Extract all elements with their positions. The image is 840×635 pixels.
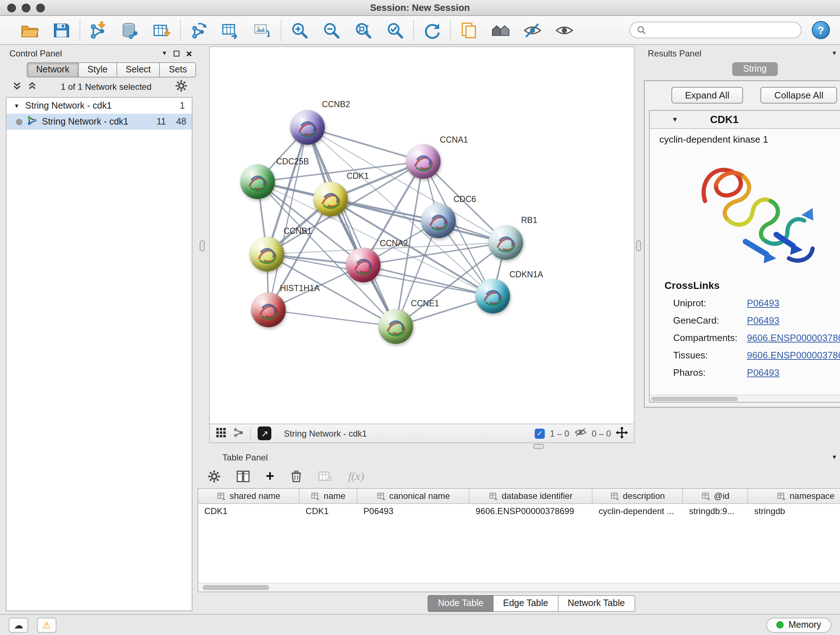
- column-header-canonical-name[interactable]: canonical name: [358, 489, 470, 503]
- network-node-ccne1[interactable]: [379, 309, 414, 344]
- panel-close-icon[interactable]: ×: [186, 50, 192, 57]
- network-row[interactable]: String Network - cdk1 11 48: [6, 114, 192, 130]
- column-header--id[interactable]: @id: [684, 489, 748, 503]
- tab-select[interactable]: Select: [117, 62, 160, 78]
- hidden-eye-icon[interactable]: [574, 427, 586, 440]
- import-network-database-button[interactable]: [119, 19, 141, 41]
- network-node-cdk1[interactable]: [314, 182, 348, 217]
- network-options-gear-icon[interactable]: [175, 79, 188, 95]
- table-cell[interactable]: cyclin-dependent ...: [593, 504, 684, 518]
- help-button[interactable]: ?: [812, 21, 830, 39]
- collapse-all-icon[interactable]: [12, 80, 22, 93]
- tab-node-table[interactable]: Node Table: [428, 595, 493, 612]
- tab-string[interactable]: String: [732, 62, 777, 76]
- network-node-cdkn1a[interactable]: [476, 279, 510, 314]
- grid-mode-icon[interactable]: [216, 427, 227, 440]
- network-node-hist1h1a[interactable]: [251, 293, 286, 327]
- edge-CCNB2-CCNE1[interactable]: [308, 127, 396, 326]
- network-node-ccnb1[interactable]: [250, 237, 285, 272]
- tab-edge-table[interactable]: Edge Table: [494, 595, 559, 612]
- import-table-button[interactable]: [151, 19, 173, 41]
- panel-menu-icon[interactable]: ▼: [162, 50, 167, 57]
- expand-all-icon[interactable]: [27, 80, 37, 93]
- tab-style[interactable]: Style: [79, 62, 117, 78]
- memory-button[interactable]: Memory: [766, 617, 831, 632]
- pan-crosshair-icon[interactable]: [616, 426, 628, 440]
- expand-all-button[interactable]: Expand All: [671, 87, 743, 103]
- panel-menu-icon[interactable]: ▼: [832, 50, 837, 57]
- edge-HIST1H1A-CCNE1[interactable]: [269, 310, 396, 326]
- section-collapse-icon[interactable]: ▼: [672, 116, 678, 123]
- network-node-cdc25b[interactable]: [240, 165, 275, 199]
- column-header-name[interactable]: name: [300, 489, 358, 503]
- table-cell[interactable]: 9606.ENSP00000378699: [470, 504, 593, 518]
- column-header-namespace[interactable]: namespace: [748, 489, 840, 503]
- crosslink-link[interactable]: P06493: [747, 298, 780, 309]
- search-box[interactable]: [630, 22, 802, 38]
- column-header-description[interactable]: description: [593, 489, 684, 503]
- crosslink-link[interactable]: P06493: [747, 315, 780, 326]
- zoom-selected-button[interactable]: [384, 19, 406, 41]
- warnings-button[interactable]: ⚠: [37, 617, 57, 632]
- table-row[interactable]: CDK1CDK1P064939606.ENSP00000378699cyclin…: [199, 504, 840, 518]
- column-header-database-identifier[interactable]: database identifier: [470, 489, 593, 503]
- title-bar[interactable]: Session: New Session: [0, 0, 840, 16]
- scrollbar-thumb[interactable]: [203, 585, 270, 590]
- show-columns-icon[interactable]: [237, 470, 250, 483]
- table-hscrollbar[interactable]: [199, 583, 840, 592]
- edge-CCNB2-HIST1H1A[interactable]: [269, 127, 308, 310]
- export-table-button[interactable]: [220, 19, 242, 41]
- network-overview-icon[interactable]: [233, 427, 244, 440]
- results-hscrollbar[interactable]: [650, 394, 840, 402]
- cloud-button[interactable]: ☁: [9, 617, 28, 632]
- splitter-handle[interactable]: [636, 241, 641, 251]
- network-canvas[interactable]: CCNB2CCNA1CDC25BCDK1CDC6RB1CCNB1CCNA2CDK…: [210, 47, 634, 424]
- collapse-all-button[interactable]: Collapse All: [760, 87, 837, 103]
- delete-column-icon[interactable]: [290, 470, 302, 483]
- zoom-out-button[interactable]: [321, 19, 342, 41]
- table-cell[interactable]: stringdb:9...: [684, 504, 748, 518]
- table-options-gear-icon[interactable]: [208, 470, 221, 483]
- selected-checkbox-icon[interactable]: ✓: [535, 428, 545, 439]
- crosslink-link[interactable]: 9606.ENSP00000378699: [747, 350, 840, 361]
- table-cell[interactable]: CDK1: [199, 504, 300, 518]
- refresh-layout-button[interactable]: [421, 19, 443, 41]
- tab-network[interactable]: Network: [27, 62, 79, 78]
- panel-menu-icon[interactable]: ▼: [832, 454, 837, 461]
- panel-float-icon[interactable]: [174, 50, 180, 56]
- network-node-ccnb2[interactable]: [291, 110, 325, 145]
- new-network-button[interactable]: [188, 19, 210, 41]
- clone-network-button[interactable]: [458, 19, 480, 41]
- table-cell[interactable]: stringdb: [748, 504, 840, 518]
- table-cell[interactable]: CDK1: [300, 504, 358, 518]
- scrollbar-thumb[interactable]: [652, 397, 738, 401]
- collection-collapse-icon[interactable]: ▼: [14, 103, 19, 109]
- zoom-in-button[interactable]: [289, 19, 310, 41]
- hide-selected-button[interactable]: [522, 19, 543, 41]
- network-node-rb1[interactable]: [489, 225, 523, 260]
- add-column-icon[interactable]: +: [266, 468, 274, 485]
- save-session-button[interactable]: [51, 19, 73, 41]
- open-in-window-button[interactable]: ↗: [258, 426, 272, 440]
- crosslink-link[interactable]: 9606.ENSP00000378699: [747, 333, 840, 343]
- splitter-handle[interactable]: [533, 444, 544, 449]
- crosslink-link[interactable]: P06493: [747, 367, 780, 378]
- search-input[interactable]: [651, 25, 794, 35]
- show-all-button[interactable]: [554, 19, 575, 41]
- open-session-button[interactable]: [19, 19, 41, 41]
- export-image-button[interactable]: [252, 19, 273, 41]
- zoom-fit-button[interactable]: [352, 19, 374, 41]
- import-network-file-button[interactable]: [88, 19, 109, 41]
- home-views-button[interactable]: [490, 19, 512, 41]
- table-cell[interactable]: P06493: [358, 504, 470, 518]
- tab-sets[interactable]: Sets: [160, 62, 196, 78]
- edge-CDK1-RB1[interactable]: [331, 199, 506, 242]
- network-node-ccna2[interactable]: [346, 248, 381, 282]
- protein-section-header[interactable]: ▼ CDK1: [650, 111, 840, 129]
- tab-network-table[interactable]: Network Table: [558, 595, 635, 612]
- network-node-ccna1[interactable]: [406, 144, 441, 179]
- network-collection-row[interactable]: ▼ String Network - cdk1 1: [6, 98, 192, 114]
- network-node-cdc6[interactable]: [422, 203, 456, 238]
- splitter-handle[interactable]: [200, 241, 205, 251]
- column-header-shared-name[interactable]: shared name: [199, 489, 300, 503]
